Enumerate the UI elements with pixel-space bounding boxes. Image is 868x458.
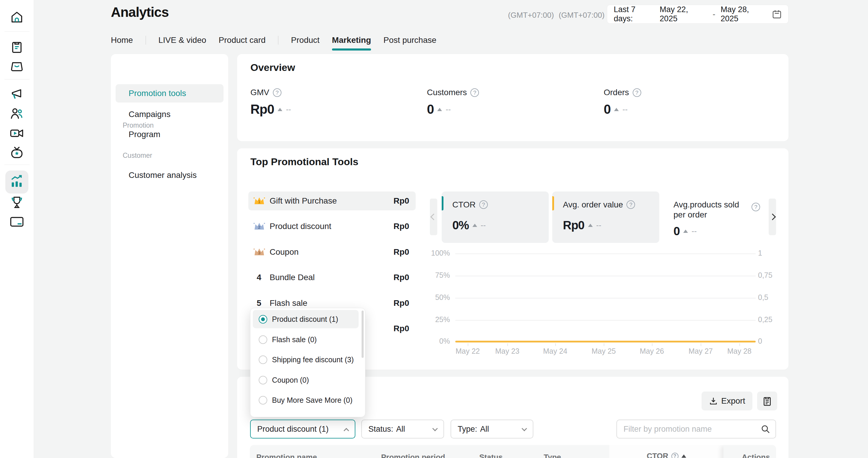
date-range-picker[interactable]: Last 7 days: May 22, 2025 - May 28, 2025 (607, 5, 788, 24)
sidebar-item-finance[interactable] (9, 214, 25, 229)
date-range-start: May 22, 2025 (659, 5, 707, 23)
metric-orders: Orders 0-- (604, 87, 641, 117)
tab-product[interactable]: Product (291, 34, 319, 46)
sidebar-item-customer-analysis[interactable]: Customer analysis (129, 169, 196, 181)
date-range-label: Last 7 days: (614, 5, 656, 23)
sidebar-item-shop[interactable] (9, 58, 25, 73)
export-button[interactable]: Export (702, 392, 752, 411)
sidebar-item-label: Promotion tools (129, 84, 186, 102)
search-icon[interactable] (761, 424, 770, 434)
sidebar-item-program[interactable]: Program (129, 129, 160, 140)
tab-live-video[interactable]: LIVE & video (158, 34, 206, 46)
metric-value: 0 (604, 102, 611, 117)
help-icon[interactable] (470, 88, 479, 97)
sidebar-item-marketing[interactable] (9, 86, 25, 102)
radio-icon[interactable] (259, 376, 267, 385)
sidebar-item-growth[interactable] (9, 195, 25, 210)
sidebar-item-analytics[interactable] (9, 174, 25, 189)
home-icon (9, 9, 25, 25)
x-axis-tick (652, 344, 652, 346)
radio-icon[interactable] (259, 356, 267, 364)
promo-tool-row-gift-with-purchase[interactable]: 1 Gift with Purchase Rp0 (248, 192, 416, 210)
promotion-name-search (616, 420, 776, 438)
dropdown-option-label: Shipping fee discount (3) (272, 356, 354, 364)
chevron-down-icon (432, 426, 438, 431)
promo-tool-row-bundle-deal[interactable]: 4 Bundle Deal Rp0 (248, 268, 416, 287)
orders-clipboard-icon (9, 40, 25, 55)
column-header-type: Type (544, 453, 561, 458)
help-icon[interactable] (479, 200, 488, 209)
dropdown-option-buy-more-save-more[interactable]: Buy More Save More (0) (253, 391, 359, 409)
rank-number: 5 (253, 298, 265, 308)
metric-label: GMV (250, 88, 269, 97)
dropdown-option-flash-sale[interactable]: Flash sale (0) (253, 330, 359, 349)
delta-up-icon (472, 224, 477, 227)
promo-tool-label: Gift with Purchase (270, 196, 337, 206)
rail-divider (4, 79, 30, 79)
sidebar-item-affiliate[interactable] (9, 106, 25, 121)
metric-delta: -- (445, 105, 451, 114)
help-icon[interactable] (273, 88, 281, 97)
column-header-status: Status (479, 453, 503, 458)
x-axis-label: May 27 (680, 347, 721, 356)
dropdown-option-product-discount[interactable]: Product discount (1) (253, 310, 359, 328)
help-icon[interactable] (751, 203, 760, 211)
sidebar-item-campaigns[interactable]: Campaigns (129, 108, 170, 120)
sidebar-item-promotion-tools[interactable]: Promotion tools (116, 84, 223, 102)
metric-gmv: GMV Rp0-- (250, 87, 291, 117)
dropdown-option-coupon[interactable]: Coupon (0) (253, 371, 359, 389)
search-input[interactable] (617, 425, 761, 434)
tab-product-card[interactable]: Product card (219, 34, 266, 46)
tab-post-purchase[interactable]: Post purchase (383, 34, 436, 46)
affiliate-users-icon (9, 106, 25, 121)
report-list-button[interactable] (757, 392, 777, 411)
dropdown-option-label: Flash sale (0) (272, 335, 317, 344)
sidebar-item-shows[interactable] (9, 145, 25, 161)
timezone-label: (GMT+07:00) (559, 11, 604, 20)
x-axis-tick (739, 344, 740, 346)
column-header-promotion-period: Promotion period (381, 453, 445, 458)
help-icon[interactable] (633, 88, 641, 97)
chevron-right-icon (769, 214, 776, 221)
promotion-type-dropdown: Product discount (1) Flash sale (0) Ship… (250, 308, 365, 417)
x-axis-label: May 28 (719, 347, 760, 356)
gold-crown-icon: 1 (253, 196, 266, 206)
analytics-side-nav: Promotion Promotion tools Campaigns Prog… (111, 54, 228, 458)
help-icon[interactable] (672, 453, 679, 458)
promo-tool-row-product-discount[interactable]: 2 Product discount Rp0 (248, 217, 416, 236)
metric-card-avg-products-sold[interactable]: Avg.products sold per order 0-- (663, 192, 757, 243)
promotion-type-filter-value: Product discount (1) (257, 425, 329, 434)
rank-number: 1 (253, 199, 266, 204)
type-filter-select[interactable]: Type: All (451, 420, 533, 438)
carousel-next-button[interactable] (769, 199, 776, 235)
sidebar-item-home[interactable] (9, 9, 25, 25)
radio-icon[interactable] (259, 396, 267, 404)
promo-tool-label: Coupon (270, 247, 299, 257)
status-filter-select[interactable]: Status: All (361, 420, 444, 438)
x-axis-tick (701, 344, 701, 346)
dropdown-option-shipping-fee-discount[interactable]: Shipping fee discount (3) (253, 351, 359, 369)
column-header-promotion-name: Promotion name (256, 453, 317, 458)
type-filter-value: All (480, 425, 489, 434)
metric-delta: -- (622, 105, 627, 114)
tab-home[interactable]: Home (111, 34, 133, 46)
radio-selected-icon[interactable] (259, 315, 267, 324)
gridline (455, 320, 756, 321)
rail-divider (4, 31, 30, 32)
sidebar-item-orders[interactable] (9, 40, 25, 55)
promo-tool-row-coupon[interactable]: 3 Coupon Rp0 (248, 242, 416, 262)
gridline (455, 298, 756, 298)
tab-marketing[interactable]: Marketing (332, 34, 371, 46)
help-icon[interactable] (626, 200, 635, 209)
radio-icon[interactable] (259, 335, 267, 344)
metric-card-ctor[interactable]: CTOR 0%-- (442, 192, 549, 243)
sidebar-item-live[interactable] (9, 126, 25, 141)
column-header-ctor-sortable[interactable]: CTOR (609, 452, 723, 458)
metric-card-value: 0 (674, 225, 680, 238)
promotion-type-filter-select[interactable]: Product discount (1) (250, 420, 355, 438)
carousel-prev-button[interactable] (430, 199, 437, 235)
dropdown-scrollbar[interactable] (362, 310, 364, 358)
metric-card-avg-order-value[interactable]: Avg. order value Rp0-- (552, 192, 659, 243)
type-filter-label: Type: (458, 425, 477, 434)
analytics-chart-icon (9, 174, 25, 189)
